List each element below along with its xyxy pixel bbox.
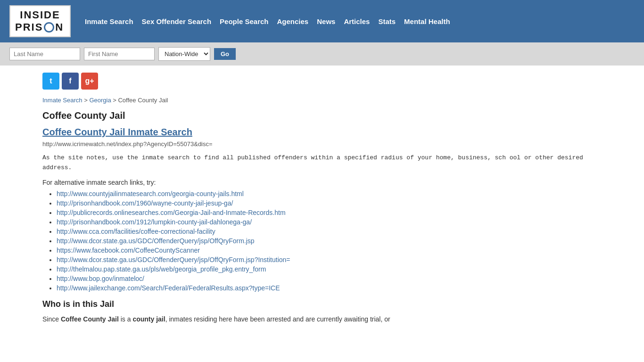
list-item: http://publicrecords.onlinesearches.com/… — [57, 209, 602, 216]
inmate-search-heading: Coffee County Jail Inmate Search — [42, 127, 602, 138]
logo-inside-text: INSIDE — [15, 9, 65, 21]
breadcrumb-sep2: > — [113, 97, 118, 104]
breadcrumb-inmate-search[interactable]: Inmate Search — [42, 97, 83, 104]
breadcrumb-sep1: > — [84, 97, 89, 104]
alt-link[interactable]: http://www.dcor.state.ga.us/GDC/Offender… — [57, 237, 255, 245]
nav-item-articles[interactable]: Articles — [344, 17, 370, 25]
alt-link[interactable]: http://prisonhandbook.com/1912/lumpkin-c… — [57, 218, 252, 226]
list-item: http://prisonhandbook.com/1960/wayne-cou… — [57, 199, 602, 207]
list-item: http://prisonhandbook.com/1912/lumpkin-c… — [57, 218, 602, 226]
alt-link[interactable]: http://publicrecords.onlinesearches.com/… — [57, 209, 286, 216]
alt-link[interactable]: http://www.jailexchange.com/Search/Feder… — [57, 284, 280, 292]
nav-item-stats[interactable]: Stats — [378, 17, 396, 25]
twitter-icon[interactable]: t — [42, 73, 59, 90]
nav-item-people-search[interactable]: People Search — [220, 17, 268, 25]
logo-prison-text: PRISN — [15, 21, 65, 33]
alt-link[interactable]: http://www.cca.com/facilities/coffee-cor… — [57, 228, 215, 235]
list-item: http://thelmalou.pap.state.ga.us/pls/web… — [57, 265, 602, 273]
list-item: http://www.jailexchange.com/Search/Feder… — [57, 284, 602, 292]
main-nav: Inmate SearchSex Offender SearchPeople S… — [85, 17, 450, 25]
alt-link[interactable]: http://prisonhandbook.com/1960/wayne-cou… — [57, 199, 233, 207]
alt-links-text: For alternative inmate search links, try… — [42, 179, 602, 186]
last-name-input[interactable] — [9, 48, 80, 60]
alt-link[interactable]: https://www.facebook.com/CoffeeCountySca… — [57, 247, 200, 254]
list-item: http://www.countyjailinmatesearch.com/ge… — [57, 190, 602, 197]
alt-link[interactable]: http://www.dcor.state.ga.us/GDC/Offender… — [57, 256, 290, 263]
list-item: http://www.cca.com/facilities/coffee-cor… — [57, 228, 602, 235]
first-name-input[interactable] — [84, 48, 155, 60]
links-list: http://www.countyjailinmatesearch.com/ge… — [42, 190, 602, 292]
alt-link[interactable]: http://www.bop.gov/inmateloc/ — [57, 275, 144, 282]
social-icons: t f g+ — [0, 66, 644, 92]
description-text: As the site notes, use the inmate search… — [42, 153, 602, 173]
list-item: http://www.bop.gov/inmateloc/ — [57, 275, 602, 282]
list-item: http://www.dcor.state.ga.us/GDC/Offender… — [57, 237, 602, 245]
page-title: Coffee County Jail — [42, 110, 602, 121]
list-item: https://www.facebook.com/CoffeeCountySca… — [57, 247, 602, 254]
state-select[interactable]: Nation-Wide — [158, 47, 210, 61]
search-bar: Nation-Wide Go — [0, 42, 644, 66]
main-content: Inmate Search > Georgia > Coffee County … — [0, 92, 644, 338]
nav-item-sex-offender-search[interactable]: Sex Offender Search — [142, 17, 212, 25]
breadcrumb: Inmate Search > Georgia > Coffee County … — [42, 97, 602, 104]
googleplus-icon[interactable]: g+ — [81, 73, 98, 90]
nav-item-inmate-search[interactable]: Inmate Search — [85, 17, 133, 25]
inmate-search-url: http://www.icrimewatch.net/index.php?Age… — [42, 140, 602, 148]
site-header: INSIDE PRISN Inmate SearchSex Offender S… — [0, 0, 644, 42]
breadcrumb-current: Coffee County Jail — [118, 97, 168, 104]
logo[interactable]: INSIDE PRISN — [9, 5, 71, 37]
nav-item-news[interactable]: News — [317, 17, 335, 25]
go-button[interactable]: Go — [214, 48, 236, 60]
who-section-title: Who is in this Jail — [42, 299, 602, 309]
breadcrumb-georgia[interactable]: Georgia — [89, 97, 111, 104]
inmate-search-link[interactable]: Coffee County Jail Inmate Search — [42, 127, 192, 137]
list-item: http://www.dcor.state.ga.us/GDC/Offender… — [57, 256, 602, 263]
alt-link[interactable]: http://www.countyjailinmatesearch.com/ge… — [57, 190, 244, 197]
who-section-body: Since Coffee County Jail is a county jai… — [42, 314, 602, 324]
alt-link[interactable]: http://thelmalou.pap.state.ga.us/pls/web… — [57, 265, 266, 273]
logo-circle-icon — [44, 22, 54, 33]
facebook-icon[interactable]: f — [62, 73, 79, 90]
nav-item-agencies[interactable]: Agencies — [277, 17, 309, 25]
nav-item-mental-health[interactable]: Mental Health — [404, 17, 450, 25]
